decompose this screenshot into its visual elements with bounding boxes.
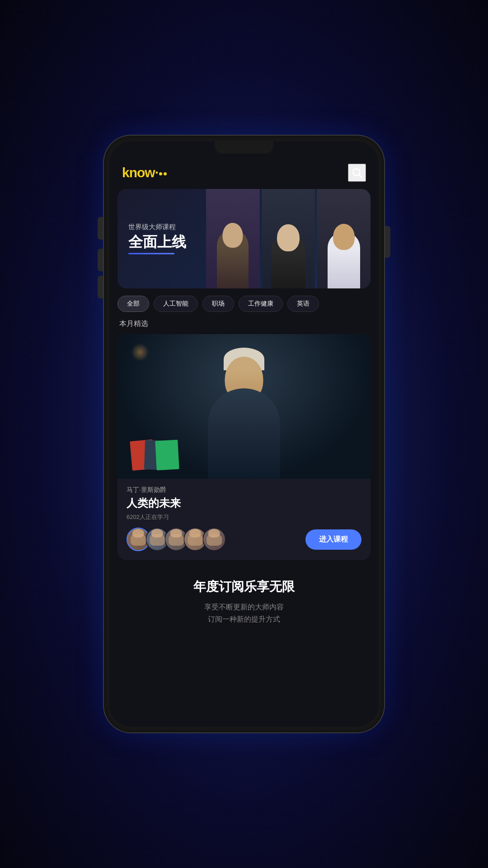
card-bottom-row: 进入课程 [127, 528, 361, 551]
phone-frame: know· 世界级大师课程 全面上线 [104, 136, 384, 732]
logo-text: know [122, 165, 155, 180]
category-tag-ai[interactable]: 人工智能 [154, 296, 198, 312]
hero-text-block: 世界级大师课程 全面上线 [128, 223, 186, 254]
avatar-5 [202, 528, 226, 551]
category-tag-health[interactable]: 工作健康 [239, 296, 283, 312]
featured-course-card[interactable]: 马丁·里斯勋爵 人类的未来 6202人正在学习 [117, 334, 371, 560]
avatar-face-2 [146, 528, 168, 550]
hero-person-3 [317, 189, 371, 288]
app-logo: know· [122, 165, 167, 180]
course-title: 人类的未来 [127, 496, 361, 510]
avatar-face-5 [203, 528, 225, 550]
app-content: know· 世界级大师课程 全面上线 [109, 141, 379, 727]
promo-desc-line2: 订阅一种新的提升方式 [208, 615, 280, 623]
hero-title: 全面上线 [128, 234, 186, 250]
app-header: know· [109, 159, 379, 189]
logo-dots [159, 172, 167, 175]
instructor-name: 马丁·里斯勋爵 [127, 486, 361, 494]
books-on-table [131, 443, 176, 470]
category-list: 全部 人工智能 职场 工作健康 英语 [109, 296, 379, 319]
bottom-promo-section: 年度订阅乐享无限 享受不断更新的大师内容 订阅一种新的提升方式 [109, 569, 379, 643]
person-body [208, 388, 280, 479]
avatar-face-4 [184, 528, 206, 550]
category-tag-workplace[interactable]: 职场 [202, 296, 234, 312]
book-3 [155, 440, 179, 471]
search-button[interactable] [348, 164, 366, 182]
category-tag-english[interactable]: 英语 [287, 296, 319, 312]
section-title-monthly: 本月精选 [109, 319, 379, 334]
logo-yellow-dot: · [155, 165, 158, 180]
promo-description: 享受不断更新的大师内容 订阅一种新的提升方式 [123, 601, 365, 625]
enter-course-button[interactable]: 进入课程 [305, 529, 361, 550]
hero-banner[interactable]: 世界级大师课程 全面上线 [117, 189, 371, 288]
phone-screen: know· 世界级大师课程 全面上线 [109, 141, 379, 727]
svg-point-0 [353, 169, 360, 175]
svg-line-1 [359, 175, 362, 178]
featured-course-image [117, 334, 371, 479]
avatar-face-3 [165, 528, 187, 550]
category-tag-all[interactable]: 全部 [117, 296, 149, 312]
hero-underline [128, 253, 174, 255]
avatar-face-1 [127, 528, 149, 550]
featured-course-info: 马丁·里斯勋爵 人类的未来 6202人正在学习 [117, 479, 371, 560]
search-icon [351, 167, 363, 179]
atmosphere-light [131, 343, 149, 361]
promo-desc-line1: 享受不断更新的大师内容 [204, 603, 284, 611]
hero-subtitle: 世界级大师课程 [128, 223, 186, 231]
hero-images [206, 189, 371, 288]
hero-person-1 [206, 189, 260, 288]
avatar-row [127, 528, 221, 551]
learner-count: 6202人正在学习 [127, 513, 361, 521]
promo-title: 年度订阅乐享无限 [123, 578, 365, 595]
hero-person-2 [262, 189, 315, 288]
phone-notch [215, 141, 273, 154]
